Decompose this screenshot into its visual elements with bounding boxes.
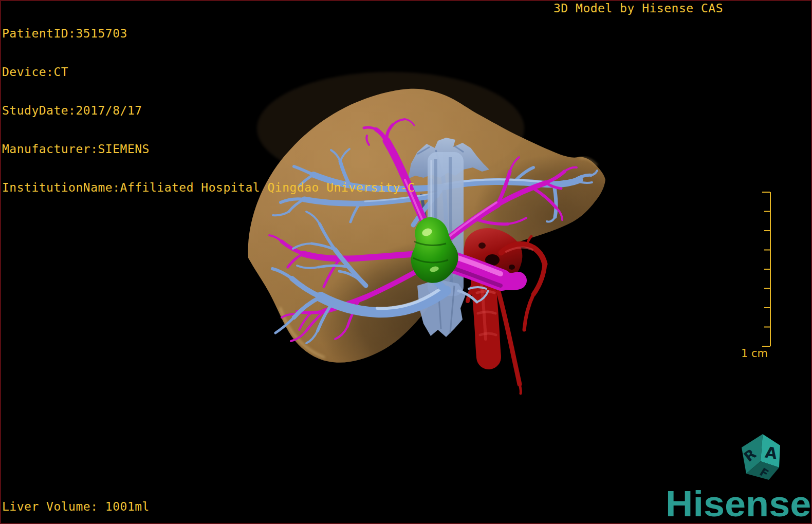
device-text: Device:CT bbox=[2, 66, 415, 79]
hisense-logo: Hisense bbox=[666, 485, 811, 522]
watermark-text: 3D Model by Hisense CAS bbox=[553, 2, 723, 15]
study-date-text: StudyDate:2017/8/17 bbox=[2, 104, 415, 117]
scale-bar: 1 cm bbox=[741, 192, 770, 360]
medical-3d-viewer-window: 1 cm R A F PatientID:3515703 Device:CT S… bbox=[0, 0, 812, 524]
orientation-cube[interactable]: R A F bbox=[741, 434, 780, 480]
liver-volume-readout: Liver Volume: 1001ml bbox=[2, 500, 150, 513]
scale-bar-label: 1 cm bbox=[741, 347, 768, 360]
patient-info-overlay: PatientID:3515703 Device:CT StudyDate:20… bbox=[2, 2, 415, 220]
institution-text: InstitutionName:Affiliated Hospital Qing… bbox=[2, 181, 415, 194]
manufacturer-text: Manufacturer:SIEMENS bbox=[2, 143, 415, 156]
patient-id-text: PatientID:3515703 bbox=[2, 27, 415, 40]
